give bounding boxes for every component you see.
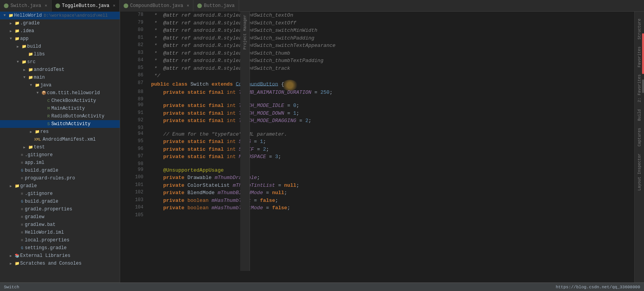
arrow-icon: ▶ <box>21 67 28 73</box>
folder-icon: 📁 <box>28 51 34 57</box>
captures-tool[interactable]: Captures <box>637 125 642 150</box>
line-number: 82 <box>130 42 149 50</box>
line-number: 84 <box>130 57 149 65</box>
code-line-86: 86 */ <box>130 72 634 80</box>
sidebar-label: res <box>40 129 49 134</box>
layout-inspector-tool[interactable]: Layout Inspector <box>637 150 642 194</box>
line-content: private static final int TOUCH_MODE_DOWN… <box>149 110 634 117</box>
sidebar-item-java[interactable]: ▼ 📁 java <box>0 81 120 89</box>
sidebar-project-header[interactable]: ▼ 📁 HelloWorld D:\workspace\android\Hell <box>0 12 120 19</box>
code-line-102: 102 private BlendMode mThumbBlendMode = … <box>130 189 634 197</box>
line-content: */ <box>149 72 634 80</box>
sidebar-item-switchactivity[interactable]: S SwitchActivity <box>0 120 120 128</box>
sidebar-label: MainActivity <box>52 106 85 111</box>
tab-close-compoundbutton[interactable]: × <box>187 3 189 8</box>
sidebar-label: build.gradle <box>25 199 58 204</box>
tab-switch[interactable]: Switch.java × <box>0 0 52 12</box>
sidebar-item-scratches[interactable]: ▶ 📁 Scratches and Consoles <box>0 260 120 267</box>
sidebar-item-appiml[interactable]: ≡ app.iml <box>0 159 120 167</box>
sidebar-item-helloworldiml[interactable]: ≡ HelloWorld.iml <box>0 229 120 236</box>
sidebar-item-buildgradle-root[interactable]: G build.gradle <box>0 198 120 205</box>
line-content: private BlendMode mThumbBlendMode = null… <box>149 189 634 197</box>
sidebar-item-build[interactable]: ▶ 📁 build <box>0 43 120 50</box>
favorites2-tool[interactable]: 2: Favorites <box>637 71 642 105</box>
line-content: private static final int TOUCH_MODE_DRAG… <box>149 117 634 125</box>
sidebar-item-app[interactable]: ▼ 📁 app <box>0 35 120 43</box>
sidebar-item-test[interactable]: ▶ 📁 test <box>0 143 120 151</box>
sidebar-label: External Libraries <box>20 253 71 258</box>
line-number: 86 <box>130 72 149 80</box>
sidebar-item-gradleproperties[interactable]: ≡ gradle.properties <box>0 205 120 213</box>
code-line-79: 79 * @attr ref android.R.styleable#Switc… <box>130 19 634 27</box>
tab-close-switch[interactable]: × <box>45 3 47 8</box>
sidebar-item-androidmanifest[interactable]: XML AndroidManifest.xml <box>0 136 120 143</box>
favorites-tool[interactable]: Favorites <box>637 43 642 71</box>
sidebar-label: com.ttit.helloworld <box>47 90 100 96</box>
file-icon: ≡ <box>21 231 23 235</box>
sidebar-item-gitignore-app[interactable]: ≡ .gitignore <box>0 151 120 159</box>
code-line-104: 104 private boolean mHasThumbTintMode = … <box>130 204 634 212</box>
tab-close-togglebutton[interactable]: × <box>113 3 115 8</box>
sidebar-item-gradlew[interactable]: ≡ gradlew <box>0 213 120 221</box>
sidebar-item-gradlewbat[interactable]: ≡ gradlew.bat <box>0 221 120 229</box>
build-tool[interactable]: Build <box>637 106 642 124</box>
tab-togglebutton[interactable]: ToggleButton.java × <box>52 0 120 12</box>
sidebar-item-idea[interactable]: ▶ 📁 .idea <box>0 27 120 35</box>
sidebar-item-package[interactable]: ▼ 📦 com.ttit.helloworld <box>0 89 120 97</box>
sidebar-item-res[interactable]: ▶ 📁 res <box>0 128 120 136</box>
sidebar-label: test <box>34 145 45 150</box>
sidebar-label: .gitignore <box>25 152 53 158</box>
spacer-icon <box>15 152 21 158</box>
spacer-icon <box>15 206 21 212</box>
sidebar-item-buildgradle-app[interactable]: G build.gradle <box>0 167 120 174</box>
sidebar-item-libs[interactable]: 📁 libs <box>0 50 120 58</box>
sidebar-label: .gitignore <box>25 191 53 196</box>
line-content: private boolean mHasThumbTintMode = fals… <box>149 204 634 212</box>
tab-button[interactable]: Button.java <box>193 0 239 12</box>
sidebar-item-settingsgradle[interactable]: G settings.gradle <box>0 244 120 252</box>
sidebar-label: HelloWorld.iml <box>25 230 64 235</box>
code-line-101: 101 private ColorStateList mThumbTintLis… <box>130 182 634 189</box>
code-editor[interactable]: 78 * @attr ref android.R.styleable#Switc… <box>130 12 634 282</box>
folder-icon: 📁 <box>28 67 34 73</box>
folder-icon: 📁 <box>28 144 34 150</box>
sidebar-item-radiobuttonactivity[interactable]: R RadioButtonActivity <box>0 112 120 120</box>
code-table: 78 * @attr ref android.R.styleable#Switc… <box>130 12 634 218</box>
sidebar-item-gradle[interactable]: ▶ 📁 gradle <box>0 182 120 190</box>
code-line-80: 80 * @attr ref android.R.styleable#Switc… <box>130 27 634 34</box>
sidebar-item-extlibraries[interactable]: ▶ 📚 External Libraries <box>0 252 120 260</box>
arrow-icon: ▼ <box>21 74 28 81</box>
file-tree-sidebar[interactable]: ▼ 📁 HelloWorld D:\workspace\android\Hell… <box>0 12 120 282</box>
sidebar-label: src <box>27 59 36 65</box>
line-number: 92 <box>130 117 149 125</box>
structure-tool[interactable]: Structure <box>637 15 642 43</box>
file-icon: G <box>21 246 23 250</box>
file-icon: G <box>21 169 23 173</box>
sidebar-item-main[interactable]: ▼ 📁 main <box>0 74 120 81</box>
file-icon: ≡ <box>21 238 23 243</box>
sidebar-item-localproperties[interactable]: ≡ local.properties <box>0 236 120 244</box>
line-number: 78 <box>130 12 149 19</box>
line-content: * @attr ref android.R.styleable#Switch_t… <box>149 12 634 19</box>
tab-compoundbutton[interactable]: CompoundButton.java × <box>120 0 193 12</box>
code-line-84: 84 * @attr ref android.R.styleable#Switc… <box>130 57 634 65</box>
project-manager-tool[interactable]: Project Manager <box>242 12 248 53</box>
tab-label-switch: Switch.java <box>10 3 41 9</box>
tab-bar: Switch.java × ToggleButton.java × Compou… <box>0 0 644 12</box>
spacer-icon <box>41 105 47 112</box>
line-content: private static final int TOUCH_MODE_IDLE… <box>149 102 634 110</box>
sidebar-item-androidtest[interactable]: ▶ 📁 androidTest <box>0 66 120 74</box>
sidebar-item-src[interactable]: ▼ 📁 src <box>0 58 120 66</box>
line-number: 89 <box>130 96 149 102</box>
file-icon: ≡ <box>21 207 23 212</box>
code-line-87: 87 public class Switch extends CompoundB… <box>130 80 634 89</box>
sidebar-item-gradle-hidden[interactable]: ▶ 📁 .gradle <box>0 19 120 27</box>
line-content: private static final int SERIF = 2; <box>149 146 634 153</box>
arrow-icon: ▼ <box>34 90 41 96</box>
sidebar-item-checkboxactivity[interactable]: C CheckBoxActivity <box>0 97 120 105</box>
sidebar-item-proguard[interactable]: ≡ proguard-rules.pro <box>0 174 120 182</box>
sidebar-item-mainactivity[interactable]: M MainActivity <box>0 105 120 112</box>
sidebar-item-gitignore-root[interactable]: ≡ .gitignore <box>0 190 120 198</box>
spacer-icon <box>15 245 21 251</box>
sidebar-label: build <box>27 44 41 49</box>
